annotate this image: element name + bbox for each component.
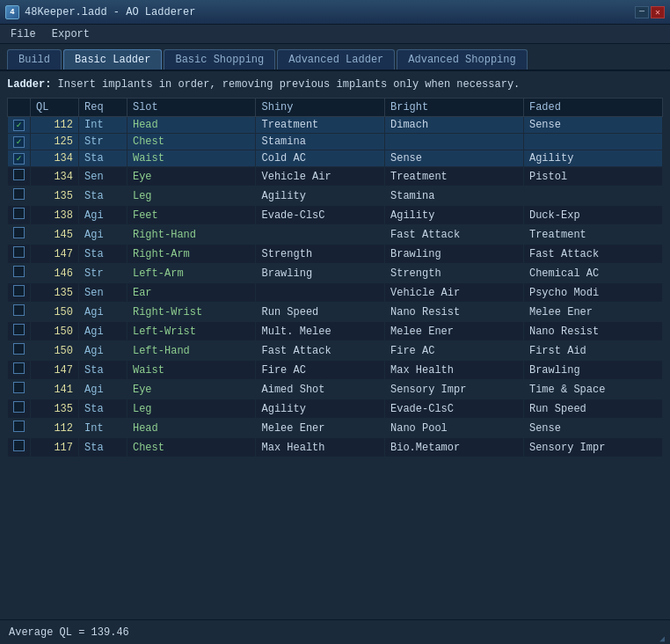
- resize-handle[interactable]: ◢: [659, 633, 668, 642]
- shiny-cell: Agility: [256, 399, 385, 419]
- shiny-cell: Mult. Melee: [256, 322, 385, 341]
- table-row: ✓112IntHeadTreatmentDimachSense: [8, 117, 663, 134]
- bright-cell: Brawling: [385, 245, 524, 264]
- table-row: 138AgiFeetEvade-ClsCAgilityDuck-Exp: [8, 206, 663, 225]
- row-checkbox[interactable]: ✓: [13, 153, 25, 165]
- row-checkbox[interactable]: [13, 266, 25, 277]
- tab-advanced-shopping[interactable]: Advanced Shopping: [397, 49, 527, 70]
- ladder-desc-text: Insert implants in order, removing previ…: [51, 78, 520, 91]
- minimize-button[interactable]: ─: [635, 6, 649, 18]
- slot-cell: Waist: [127, 150, 256, 167]
- faded-cell: Brawling: [523, 361, 662, 380]
- faded-cell: [523, 134, 662, 150]
- slot-cell: Left-Wrist: [127, 322, 256, 341]
- slot-cell: Head: [127, 419, 256, 438]
- tabs-container: Build Basic Ladder Basic Shopping Advanc…: [0, 44, 670, 71]
- row-checkbox[interactable]: [13, 362, 25, 374]
- faded-cell: Sense: [523, 117, 662, 134]
- ql-cell: 150: [31, 341, 79, 361]
- tab-basic-shopping[interactable]: Basic Shopping: [164, 49, 275, 70]
- table-header-row: QL Req Slot Shiny Bright Faded: [8, 99, 663, 117]
- col-faded: Faded: [523, 99, 662, 117]
- table-row: ✓134StaWaistCold ACSenseAgility: [8, 150, 663, 167]
- ql-cell: 135: [31, 187, 79, 206]
- row-checkbox[interactable]: [13, 208, 25, 219]
- req-cell: Agi: [78, 303, 127, 322]
- req-cell: Sen: [78, 167, 127, 187]
- row-checkbox[interactable]: [13, 440, 25, 451]
- tab-basic-ladder[interactable]: Basic Ladder: [63, 49, 162, 70]
- shiny-cell: Stamina: [256, 134, 385, 150]
- bright-cell: Melee Ener: [385, 322, 524, 341]
- tab-advanced-ladder[interactable]: Advanced Ladder: [277, 49, 395, 70]
- slot-cell: Left-Arm: [127, 264, 256, 283]
- col-ql: QL: [31, 99, 79, 117]
- menu-bar: File Export: [0, 25, 670, 44]
- slot-cell: Left-Hand: [127, 341, 256, 361]
- tab-build[interactable]: Build: [7, 49, 62, 70]
- ql-cell: 141: [31, 380, 79, 399]
- shiny-cell: Vehicle Air: [256, 167, 385, 187]
- row-checkbox[interactable]: [13, 169, 25, 180]
- faded-cell: Melee Ener: [523, 303, 662, 322]
- faded-cell: Treatment: [523, 225, 662, 245]
- row-checkbox[interactable]: [13, 227, 25, 238]
- row-checkbox[interactable]: ✓: [13, 136, 25, 148]
- slot-cell: Eye: [127, 380, 256, 399]
- implant-table: QL Req Slot Shiny Bright Faded ✓112IntHe…: [7, 98, 663, 457]
- table-row: 147StaWaistFire ACMax HealthBrawling: [8, 361, 663, 380]
- row-checkbox[interactable]: [13, 188, 25, 200]
- shiny-cell: Treatment: [256, 117, 385, 134]
- col-req: Req: [78, 99, 127, 117]
- bright-cell: Vehicle Air: [385, 283, 524, 303]
- bright-cell: Nano Resist: [385, 303, 524, 322]
- row-checkbox[interactable]: ✓: [13, 120, 25, 131]
- close-button[interactable]: ✕: [651, 6, 665, 18]
- ql-cell: 134: [31, 167, 79, 187]
- req-cell: Sta: [78, 438, 127, 457]
- bright-cell: Sense: [385, 150, 524, 167]
- slot-cell: Leg: [127, 399, 256, 419]
- faded-cell: Run Speed: [523, 399, 662, 419]
- slot-cell: Eye: [127, 167, 256, 187]
- col-slot: Slot: [127, 99, 256, 117]
- faded-cell: [523, 187, 662, 206]
- average-ql-text: Average QL = 139.46: [9, 626, 129, 639]
- shiny-cell: Strength: [256, 245, 385, 264]
- row-checkbox[interactable]: [13, 401, 25, 413]
- ql-cell: 147: [31, 245, 79, 264]
- ladder-label: Ladder:: [7, 78, 51, 91]
- req-cell: Sta: [78, 150, 127, 167]
- table-row: 134SenEyeVehicle AirTreatmentPistol: [8, 167, 663, 187]
- ql-cell: 146: [31, 264, 79, 283]
- menu-export[interactable]: Export: [45, 26, 97, 42]
- row-checkbox[interactable]: [13, 285, 25, 296]
- row-checkbox[interactable]: [13, 324, 25, 335]
- status-bar: Average QL = 139.46: [0, 619, 670, 644]
- bright-cell: Sensory Impr: [385, 380, 524, 399]
- ql-cell: 138: [31, 206, 79, 225]
- shiny-cell: Evade-ClsC: [256, 206, 385, 225]
- shiny-cell: [256, 225, 385, 245]
- slot-cell: Waist: [127, 361, 256, 380]
- shiny-cell: Aimed Shot: [256, 380, 385, 399]
- req-cell: Sta: [78, 245, 127, 264]
- slot-cell: Chest: [127, 134, 256, 150]
- ql-cell: 112: [31, 117, 79, 134]
- menu-file[interactable]: File: [4, 26, 43, 42]
- table-row: ✓125StrChestStamina: [8, 134, 663, 150]
- table-row: 135StaLegAgilityEvade-ClsCRun Speed: [8, 399, 663, 419]
- faded-cell: Sense: [523, 419, 662, 438]
- row-checkbox[interactable]: [13, 343, 25, 355]
- row-checkbox[interactable]: [13, 382, 25, 393]
- col-check: [8, 99, 31, 117]
- req-cell: Agi: [78, 206, 127, 225]
- shiny-cell: Cold AC: [256, 150, 385, 167]
- ql-cell: 125: [31, 134, 79, 150]
- shiny-cell: Agility: [256, 187, 385, 206]
- row-checkbox[interactable]: [13, 246, 25, 258]
- faded-cell: Duck-Exp: [523, 206, 662, 225]
- row-checkbox[interactable]: [13, 304, 25, 316]
- row-checkbox[interactable]: [13, 421, 25, 432]
- ql-cell: 134: [31, 150, 79, 167]
